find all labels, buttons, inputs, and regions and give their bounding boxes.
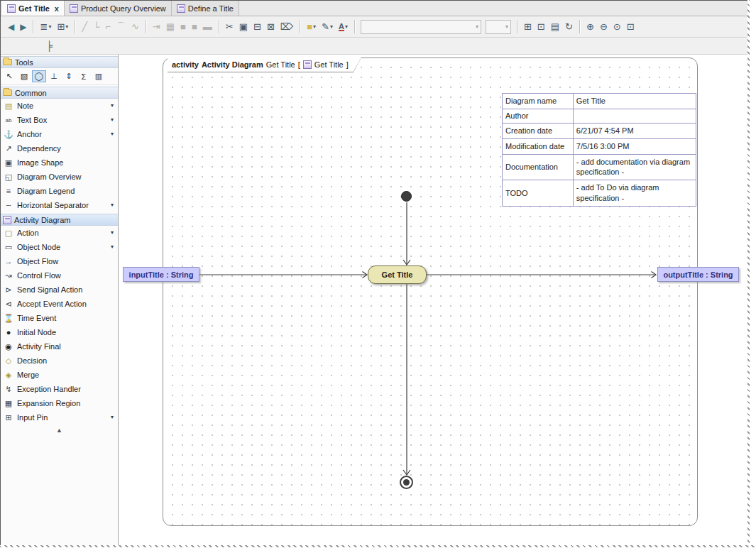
align-left-icon: ■	[180, 22, 186, 31]
align-bottom-button[interactable]: ▬	[200, 18, 215, 35]
palette-item-diagram-legend[interactable]: ≡Diagram Legend	[1, 184, 118, 198]
info-row-diagram-name: Diagram nameGet Title	[503, 94, 696, 109]
palette-item-dependency[interactable]: ↗Dependency	[1, 141, 118, 155]
copy-button[interactable]: ▣	[236, 18, 251, 35]
diagram-canvas[interactable]: activity Activity Diagram Get Title [ Ge…	[119, 55, 756, 553]
refresh-button[interactable]: ↻	[562, 18, 576, 35]
palette-item-anchor[interactable]: ⚓Anchor▾	[1, 127, 118, 141]
shape-creation-tool[interactable]: ◯	[32, 70, 46, 82]
fit-in-window-button[interactable]: ⊡	[624, 18, 637, 35]
compartments-button[interactable]: ▦	[163, 18, 177, 35]
paste-button[interactable]: ⊟	[251, 18, 264, 35]
palette-item-send-signal-action[interactable]: ⊳Send Signal Action	[1, 283, 118, 297]
line-color-button[interactable]: ✎▾	[319, 18, 336, 35]
activity-diagram-icon	[303, 60, 312, 69]
copy-icon: ▣	[239, 22, 248, 31]
output-parameter-node[interactable]: outputTitle : String	[657, 267, 739, 282]
palette-item-merge[interactable]: ◈Merge	[1, 368, 118, 382]
tab-close-icon[interactable]: x	[55, 4, 59, 13]
back-button[interactable]: ◀	[5, 18, 17, 35]
palette-item-activity-final[interactable]: ◉Activity Final	[1, 339, 118, 354]
delete-button[interactable]: ⊠	[264, 18, 278, 35]
palette-collapse-button[interactable]: ▲	[1, 425, 118, 436]
spline-path-button[interactable]: ∿	[128, 18, 142, 35]
zoom-combo[interactable]: ▾	[486, 20, 511, 34]
marquee-tool[interactable]: ▧	[17, 70, 31, 82]
zoom-1to1-button[interactable]: ⊙	[610, 18, 624, 35]
palette-section-common[interactable]: Common	[1, 87, 118, 99]
zoom-in-button[interactable]: ⊕	[584, 18, 597, 35]
input-parameter-node[interactable]: inputTitle : String	[123, 267, 199, 282]
spline-line-icon: ∿	[131, 22, 139, 31]
activity-items: ▢Action▾▭Object Node▾→Object Flow↝Contro…	[1, 226, 118, 425]
palette-item-action[interactable]: ▢Action▾	[1, 226, 118, 240]
palette-item-text-box[interactable]: abText Box▾	[1, 113, 118, 127]
info-value: - add documentation via diagram specific…	[573, 154, 696, 180]
action-get-title[interactable]: Get Title	[368, 265, 427, 284]
palette-item-label: Expansion Region	[17, 399, 115, 407]
palette-item-object-flow[interactable]: →Object Flow	[1, 254, 118, 268]
palette-item-image-shape[interactable]: ▣Image Shape	[1, 155, 118, 170]
palette-item-decision[interactable]: ◇Decision	[1, 354, 118, 368]
frame-ref-name: Get Title	[314, 60, 344, 69]
palette-item-label: Merge	[17, 371, 115, 379]
section-label: Activity Diagram	[14, 216, 70, 224]
palette-item-horizontal-separator[interactable]: ┄Horizontal Separator▾	[1, 198, 118, 212]
selection-filter-button[interactable]: ╞	[43, 38, 55, 54]
select-tool[interactable]: ↖	[2, 70, 16, 82]
add-diagram-shape-button[interactable]: ⊞	[521, 18, 535, 35]
corner-path-button[interactable]: ⌐	[102, 18, 114, 35]
related-elements-button[interactable]: ⊞▾	[54, 18, 71, 35]
tab-label: Get Title	[18, 4, 50, 13]
align-tool[interactable]: ⊥	[47, 70, 61, 82]
palette-section-tools[interactable]: Tools	[1, 56, 118, 68]
fill-color-button[interactable]: ■▾	[304, 18, 319, 35]
palette-item-expansion-region[interactable]: ▦Expansion Region	[1, 396, 118, 410]
curve-path-button[interactable]: ⌒	[114, 18, 128, 35]
folder-icon	[3, 89, 12, 96]
palette-item-note[interactable]: ▤Note▾	[1, 99, 118, 113]
palette-item-time-event[interactable]: ⌛Time Event	[1, 311, 118, 325]
image-shape-icon: ▣	[4, 158, 13, 168]
distribute-tool[interactable]: ⇕	[62, 70, 76, 82]
rectilinear-path-button[interactable]: └	[90, 18, 102, 35]
palette-item-control-flow[interactable]: ↝Control Flow	[1, 268, 118, 283]
zoom-out-button[interactable]: ⊖	[597, 18, 610, 35]
forward-button[interactable]: ▶	[17, 18, 29, 35]
palette-section-activity-diagram[interactable]: Activity Diagram	[1, 214, 118, 226]
toolbar-separator	[300, 20, 300, 33]
folder-icon	[3, 59, 12, 65]
palette-item-input-pin[interactable]: ⊞Input Pin▾	[1, 410, 118, 425]
resize-tool[interactable]: Σ	[77, 70, 91, 82]
tab-get-title[interactable]: Get Titlex	[2, 1, 65, 16]
delete-from-model-button[interactable]: ⌦	[278, 18, 296, 35]
initial-node[interactable]	[401, 191, 412, 202]
tab-product-query-overview[interactable]: Product Query Overview	[65, 1, 172, 16]
layout-button[interactable]: ≣▾	[37, 18, 54, 35]
swimlane-tool[interactable]: ▥	[92, 70, 106, 82]
merge-icon: ◈	[4, 371, 13, 380]
oblique-path-button[interactable]: ╱	[79, 18, 90, 35]
style-combo[interactable]: ▾	[361, 20, 481, 34]
cut-button[interactable]: ✂	[223, 18, 236, 35]
palette-item-object-node[interactable]: ▭Object Node▾	[1, 240, 118, 254]
toolbar-separator	[146, 20, 146, 33]
edit-compartment-button[interactable]: ▤	[548, 18, 562, 35]
info-row-author: Author	[503, 109, 696, 123]
activity-final-node[interactable]	[400, 476, 413, 489]
align-left-button[interactable]: ■	[177, 18, 189, 35]
add-diagram-note-button[interactable]: ⊡	[535, 18, 548, 35]
font-color-button[interactable]: A▾	[336, 18, 351, 35]
dropdown-icon: ▾	[330, 24, 333, 30]
decision-icon: ◇	[4, 356, 13, 366]
palette-item-accept-event-action[interactable]: ⊲Accept Event Action	[1, 297, 118, 311]
palette-item-initial-node[interactable]: ●Initial Node	[1, 325, 118, 339]
frame-title[interactable]: activity Activity Diagram Get Title [ Ge…	[168, 58, 361, 72]
palette-item-diagram-overview[interactable]: ◱Diagram Overview	[1, 170, 118, 184]
show-parents-button[interactable]: ⇥	[150, 18, 163, 35]
palette-item-exception-handler[interactable]: ↯Exception Handler	[1, 382, 118, 396]
align-center-button[interactable]: ■	[189, 18, 200, 35]
show-parents-icon: ⇥	[153, 22, 160, 31]
tab-define-a-title[interactable]: Define a Title	[172, 1, 239, 16]
diagram-info-table[interactable]: Diagram nameGet TitleAuthorCreation date…	[502, 93, 696, 207]
